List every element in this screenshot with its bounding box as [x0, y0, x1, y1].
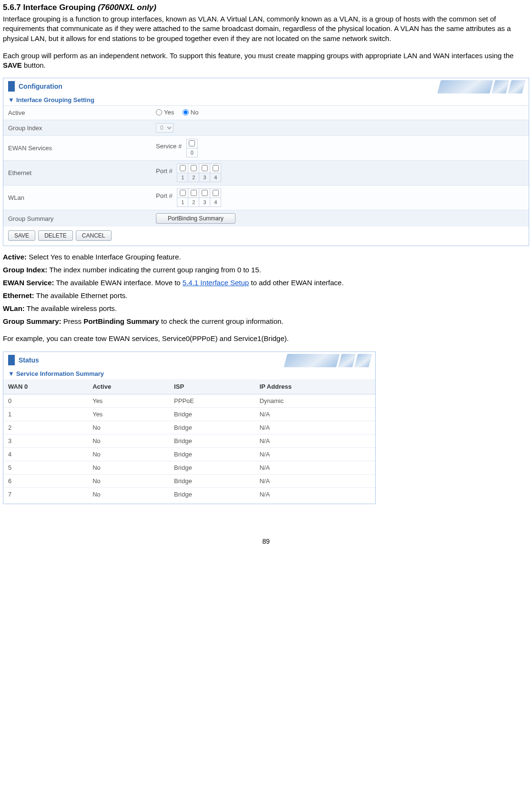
col-isp: ISP	[169, 379, 255, 394]
radio-yes-input[interactable]	[156, 109, 162, 115]
delete-button[interactable]: DELETE	[38, 230, 73, 241]
section-label: Interface Grouping Setting	[16, 96, 94, 103]
def-gi-term: Group Index:	[3, 266, 47, 274]
def-summary: Group Summary: Press PortBinding Summary…	[3, 317, 529, 325]
def-ewan-b: to add other EWAN interface.	[249, 279, 344, 287]
header-decor	[286, 354, 370, 367]
wlan-port-4: 4	[210, 198, 221, 207]
def-active: Active: Select Yes to enable Interface G…	[3, 253, 529, 261]
wlan-checkbox-3[interactable]	[202, 190, 208, 196]
decor-block	[354, 354, 372, 367]
table-cell: 2	[3, 421, 88, 434]
header-stripe-icon	[8, 355, 15, 365]
intro-p2-b: button.	[22, 61, 46, 69]
def-ewan: EWAN Service: The available EWAN interfa…	[3, 279, 529, 287]
ewan-prefix: Service #	[156, 139, 182, 150]
heading-number: 5.6.7	[3, 3, 21, 12]
ewan-check-0[interactable]	[186, 139, 197, 148]
label-active: Active	[3, 106, 151, 120]
table-cell: N/A	[255, 434, 375, 447]
eth-checkbox-4[interactable]	[213, 165, 219, 171]
def-sum-bold: PortBinding Summary	[83, 317, 159, 325]
configuration-panel-header: Configuration	[3, 78, 529, 93]
wlan-checkbox-1[interactable]	[180, 190, 186, 196]
ewan-checkbox-0[interactable]	[189, 140, 195, 146]
cancel-button[interactable]: CANCEL	[76, 230, 112, 241]
table-cell: No	[88, 461, 169, 474]
def-wlan-term: WLan:	[3, 304, 25, 312]
table-cell: Bridge	[169, 461, 255, 474]
table-cell: Bridge	[169, 421, 255, 434]
eth-chk-4[interactable]	[210, 164, 221, 173]
table-cell: N/A	[255, 421, 375, 434]
intro-paragraph-1: Interface grouping is a function to grou…	[3, 14, 529, 43]
cell-summary: PortBinding Summary	[151, 210, 529, 227]
status-panel-header: Status	[3, 352, 375, 367]
row-group-index: Group Index 0	[3, 120, 529, 136]
label-wlan: WLan	[3, 186, 151, 210]
table-cell: No	[88, 474, 169, 487]
table-cell: 0	[3, 394, 88, 407]
header-decor	[439, 80, 524, 93]
wlan-checkbox-2[interactable]	[191, 190, 197, 196]
table-cell: 6	[3, 474, 88, 487]
table-cell: PPPoE	[169, 394, 255, 407]
status-title: Status	[19, 356, 39, 364]
row-summary: Group Summary PortBinding Summary	[3, 210, 529, 227]
def-group-index: Group Index: The index number indicating…	[3, 266, 529, 274]
eth-prefix: Port #	[156, 164, 173, 175]
table-row: 4NoBridgeN/A	[3, 447, 375, 461]
triangle-icon: ▼	[8, 96, 14, 103]
heading-note: (7600NXL only)	[98, 3, 156, 12]
eth-port-3: 3	[199, 173, 210, 182]
radio-no[interactable]: No	[183, 109, 199, 116]
intro-p2-bold: SAVE	[3, 61, 22, 69]
eth-checkbox-2[interactable]	[191, 165, 197, 171]
eth-chk-1[interactable]	[177, 164, 188, 173]
interface-setup-link[interactable]: 5.4.1 Interface Setup	[183, 279, 249, 287]
wlan-chk-3[interactable]	[199, 189, 210, 198]
table-cell: N/A	[255, 407, 375, 421]
triangle-icon: ▼	[8, 370, 14, 377]
table-cell: No	[88, 421, 169, 434]
portbinding-summary-button[interactable]: PortBinding Summary	[156, 213, 235, 224]
wlan-chk-2[interactable]	[188, 189, 199, 198]
table-cell: 4	[3, 447, 88, 461]
wlan-chk-1[interactable]	[177, 189, 188, 198]
def-ewan-a: The available EWAN interface. Move to	[54, 279, 183, 287]
intro-p2-a: Each group will perform as an independen…	[3, 52, 513, 60]
table-cell: Yes	[88, 407, 169, 421]
table-cell: N/A	[255, 461, 375, 474]
page-number: 89	[3, 538, 529, 545]
wlan-checkbox-4[interactable]	[213, 190, 219, 196]
table-cell: 1	[3, 407, 88, 421]
save-button[interactable]: SAVE	[8, 230, 35, 241]
header-stripe-icon	[8, 81, 15, 92]
radio-yes[interactable]: Yes	[156, 109, 174, 116]
eth-checkbox-3[interactable]	[202, 165, 208, 171]
wlan-chk-4[interactable]	[210, 189, 221, 198]
table-cell: Bridge	[169, 487, 255, 501]
ethernet-portbox: 1 2 3 4	[177, 164, 221, 182]
table-row: 7NoBridgeN/A	[3, 487, 375, 501]
select-group-index[interactable]: 0	[156, 123, 174, 133]
row-active: Active Yes No	[3, 106, 529, 120]
ewan-portbox: 0	[186, 139, 198, 157]
eth-checkbox-1[interactable]	[180, 165, 186, 171]
radio-no-label: No	[191, 109, 199, 116]
intro-paragraph-2: Each group will perform as an independen…	[3, 51, 529, 71]
def-active-term: Active:	[3, 253, 27, 261]
eth-chk-2[interactable]	[188, 164, 199, 173]
def-ethernet: Ethernet: The available Ethernet ports.	[3, 291, 529, 300]
table-cell: 7	[3, 487, 88, 501]
table-row: 3NoBridgeN/A	[3, 434, 375, 447]
heading-title: Interface Grouping	[23, 3, 96, 12]
status-panel: Status ▼Service Information Summary WAN …	[3, 352, 376, 504]
radio-no-input[interactable]	[183, 109, 189, 115]
table-cell: No	[88, 434, 169, 447]
eth-chk-3[interactable]	[199, 164, 210, 173]
decor-block	[338, 354, 356, 367]
table-cell: N/A	[255, 447, 375, 461]
table-cell: 3	[3, 434, 88, 447]
table-row: 1YesBridgeN/A	[3, 407, 375, 421]
